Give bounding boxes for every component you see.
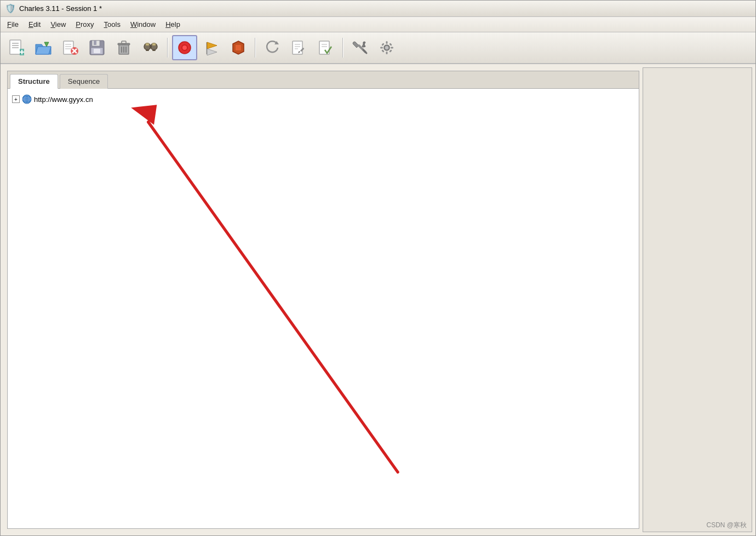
tools-button[interactable] [347,35,373,60]
svg-line-68 [148,122,398,472]
save-session-icon [88,39,106,56]
left-panel: Structure Sequence + http://www.gyyx.cn [7,71,639,529]
main-area: Structure Sequence + http://www.gyyx.cn [1,64,755,535]
preferences-button[interactable] [374,35,399,60]
title-bar: 🛡️ Charles 3.11 - Session 1 * [1,1,755,17]
svg-rect-29 [146,43,149,45]
tabs-bar: Structure Sequence [8,71,639,89]
preferences-icon [378,39,396,56]
svg-marker-37 [207,42,217,49]
open-session-icon [35,39,52,56]
validate-button[interactable] [313,35,339,60]
tree-expand-button[interactable]: + [12,95,20,103]
throttle-button[interactable] [199,35,224,60]
menu-help[interactable]: Help [161,19,185,30]
tab-sequence[interactable]: Sequence [60,74,108,89]
svg-line-52 [363,50,366,53]
new-session-icon [8,39,25,56]
watermark: CSDN @寒秋 [706,521,747,530]
svg-rect-59 [381,43,385,46]
tools-icon [351,39,369,56]
close-session-button[interactable] [58,35,83,60]
svg-point-35 [182,45,187,50]
right-panel [643,67,752,532]
tab-structure[interactable]: Structure [10,74,58,89]
close-session-icon [61,39,79,56]
svg-rect-58 [391,47,393,49]
edit-icon [290,39,308,56]
svg-rect-62 [389,49,392,53]
menu-proxy[interactable]: Proxy [71,19,98,30]
tree-content: + http://www.gyyx.cn [8,89,639,528]
svg-rect-56 [386,52,388,54]
record-button[interactable] [172,35,197,60]
trash-button[interactable] [111,35,136,60]
svg-rect-28 [150,45,152,48]
stop-button[interactable] [226,35,251,60]
svg-rect-61 [381,49,385,53]
svg-marker-69 [131,105,157,125]
menu-file[interactable]: File [3,19,23,30]
tree-item[interactable]: + http://www.gyyx.cn [12,93,634,105]
app-icon: 🛡️ [5,3,16,14]
svg-rect-42 [293,41,302,54]
separator-3 [342,38,343,58]
menu-bar: File Edit View Proxy Tools Window Help [1,17,755,32]
find-button[interactable] [138,35,163,60]
find-icon [142,39,159,56]
trash-icon [115,39,133,56]
open-session-button[interactable] [31,35,56,60]
svg-rect-40 [236,45,241,50]
svg-rect-22 [122,41,126,44]
svg-point-54 [385,46,388,49]
title-bar-text: Charles 3.11 - Session 1 * [19,4,102,13]
menu-window[interactable]: Window [126,19,160,30]
app-window: 🛡️ Charles 3.11 - Session 1 * File Edit … [0,0,756,536]
annotation-arrow [8,89,639,528]
svg-rect-57 [380,47,383,49]
menu-edit[interactable]: Edit [24,19,45,30]
svg-rect-60 [389,43,392,46]
tree-item-label: http://www.gyyx.cn [34,95,93,104]
save-session-button[interactable] [84,35,110,60]
svg-rect-17 [94,41,96,45]
toolbar [1,32,755,64]
new-session-button[interactable] [4,35,29,60]
svg-rect-31 [146,50,149,51]
svg-marker-7 [44,42,49,47]
svg-marker-38 [207,49,217,55]
separator-2 [255,38,256,58]
edit-button[interactable] [287,35,312,60]
svg-rect-0 [10,40,21,54]
throttle-icon [203,39,220,56]
svg-rect-30 [152,43,156,45]
menu-tools[interactable]: Tools [100,19,125,30]
svg-rect-55 [386,41,388,44]
globe-icon [22,94,32,104]
replay-button[interactable] [260,35,285,60]
stop-icon [230,39,247,56]
record-icon [176,39,193,56]
svg-rect-19 [94,49,100,53]
svg-rect-32 [152,50,156,51]
replay-icon [264,39,281,56]
menu-view[interactable]: View [46,19,70,30]
separator-1 [167,38,168,58]
validate-icon [317,39,335,56]
